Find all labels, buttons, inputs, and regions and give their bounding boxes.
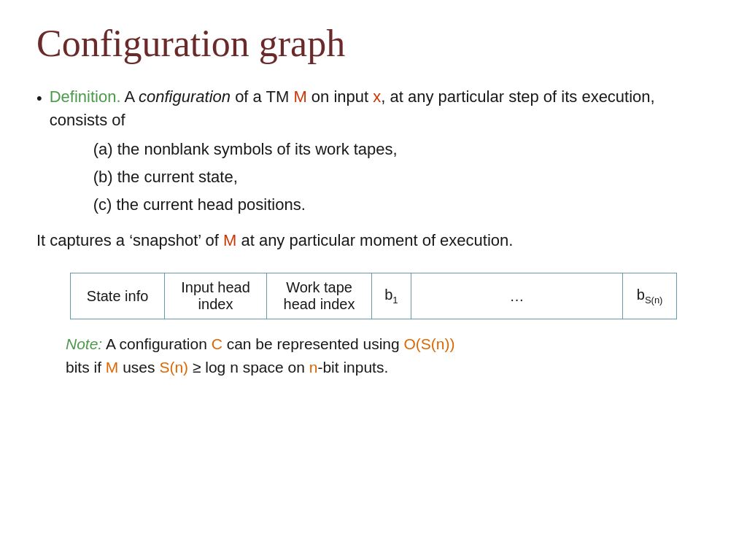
note-text4: uses bbox=[118, 359, 159, 376]
item-a-text: the nonblank symbols of its work tapes, bbox=[117, 140, 398, 158]
page-title: Configuration graph bbox=[36, 22, 711, 65]
snapshot-M: M bbox=[223, 231, 236, 249]
note-label: Note: bbox=[66, 335, 102, 352]
definition-text3: on input bbox=[307, 88, 374, 106]
table-cell-bSn: bS(n) bbox=[623, 273, 676, 319]
note-text1: A configuration bbox=[102, 335, 211, 352]
definition-x: x bbox=[373, 88, 381, 106]
table-cell-input-head: Input headindex bbox=[164, 273, 266, 319]
list-item: (b) the current state, bbox=[93, 166, 711, 189]
item-b-text: the current state, bbox=[117, 168, 238, 186]
snapshot-paragraph: It captures a ‘snapshot’ of M at any par… bbox=[36, 229, 711, 252]
definition-text2: of a TM bbox=[231, 88, 293, 106]
note-text6: -bit inputs. bbox=[317, 359, 388, 376]
note-n: n bbox=[309, 359, 318, 376]
configuration-table: State info Input headindex Work tapehead… bbox=[70, 273, 677, 319]
table-cell-dots: … bbox=[411, 273, 623, 319]
note-Sn: S(n) bbox=[159, 359, 188, 376]
note-paragraph: Note: A configuration C can be represent… bbox=[66, 332, 711, 378]
table-cell-state: State info bbox=[71, 273, 165, 319]
definition-italic: configuration bbox=[139, 88, 231, 106]
note-text2: can be represented using bbox=[222, 335, 404, 352]
snapshot-text2: at any particular moment of execution. bbox=[236, 231, 513, 249]
note-text5: ≥ log n space on bbox=[188, 359, 309, 376]
note-M: M bbox=[106, 359, 119, 376]
note-C: C bbox=[212, 335, 222, 352]
definition-M: M bbox=[293, 88, 306, 106]
item-c-label: (c) bbox=[93, 195, 112, 214]
note-text3: bits if bbox=[66, 359, 106, 376]
definition-bullet: • Definition. A configuration of a TM M … bbox=[36, 85, 711, 222]
item-c-text: the current head positions. bbox=[116, 195, 305, 214]
definition-text1: A bbox=[124, 88, 139, 106]
table-cell-work-tape: Work tapehead index bbox=[267, 273, 372, 319]
sub-items-list: (a) the nonblank symbols of its work tap… bbox=[93, 138, 711, 217]
bullet-point: • bbox=[36, 87, 42, 110]
note-OSn: O(S(n)) bbox=[404, 335, 455, 352]
list-item: (c) the current head positions. bbox=[93, 193, 711, 217]
item-b-label: (b) bbox=[93, 168, 113, 186]
item-a-label: (a) bbox=[93, 140, 113, 158]
snapshot-text1: It captures a ‘snapshot’ of bbox=[36, 231, 223, 249]
definition-label: Definition. bbox=[50, 88, 121, 106]
table-cell-b1: b1 bbox=[371, 273, 411, 319]
list-item: (a) the nonblank symbols of its work tap… bbox=[93, 138, 711, 161]
